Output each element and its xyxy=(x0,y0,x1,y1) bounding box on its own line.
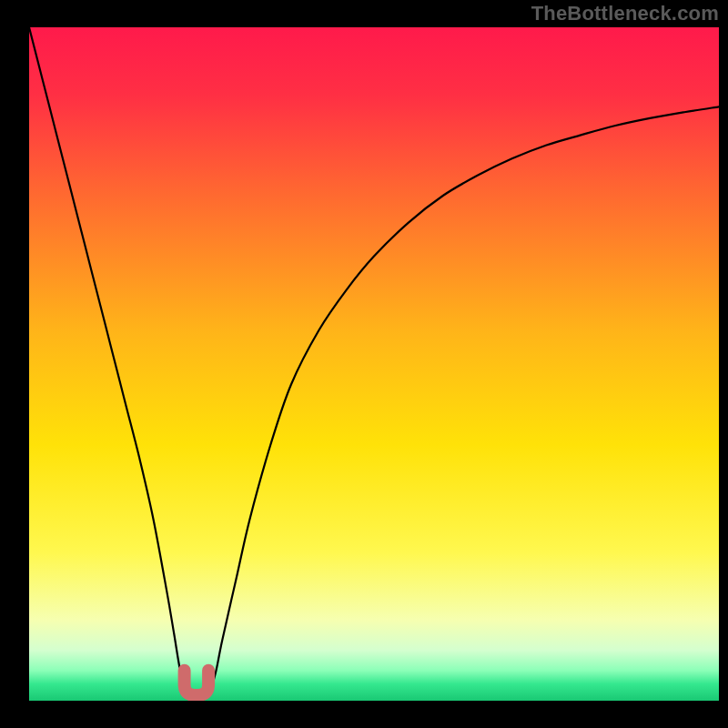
plot-svg xyxy=(29,27,719,701)
bottleneck-plot xyxy=(29,27,719,701)
watermark-text: TheBottleneck.com xyxy=(531,2,719,25)
chart-frame: TheBottleneck.com xyxy=(0,0,728,728)
gradient-background xyxy=(29,27,719,701)
